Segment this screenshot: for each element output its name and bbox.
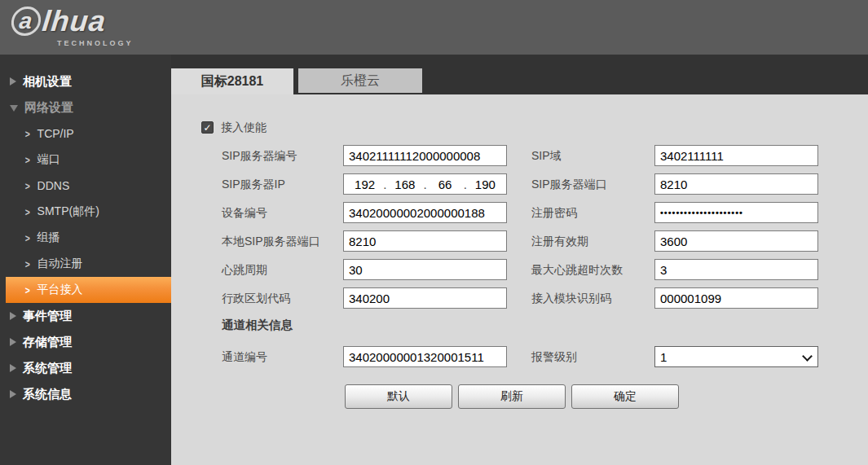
chevron-right-icon: >: [25, 207, 30, 217]
sidebar-item-label: 自动注册: [37, 257, 83, 271]
chevron-right-icon: >: [25, 285, 30, 296]
chevron-right-icon: >: [25, 259, 30, 270]
form-row: 行政区划代码 接入模块识别码: [171, 287, 868, 309]
dahua-logo-text: alhua: [10, 4, 135, 38]
register-password-label: 注册密码: [531, 202, 577, 223]
sidebar-item-storage-management[interactable]: 存储管理: [0, 329, 171, 355]
sip-server-id-label: SIP服务器编号: [222, 145, 297, 166]
device-id-label: 设备编号: [222, 202, 267, 223]
chevron-right-icon: >: [25, 155, 30, 165]
chevron-right-icon: >: [25, 129, 30, 139]
sip-server-ip-label: SIP服务器IP: [222, 173, 285, 195]
form-row: 通道编号 报警级别 1: [171, 346, 868, 367]
sidebar-item-system-management[interactable]: 系统管理: [0, 355, 171, 381]
sip-domain-input[interactable]: [654, 145, 818, 166]
ip-octet-4[interactable]: 190: [468, 178, 503, 191]
sidebar-item-label: 组播: [37, 230, 60, 245]
sidebar-item-label: SMTP(邮件): [37, 204, 99, 219]
ip-octet-2[interactable]: 168: [387, 178, 422, 191]
access-module-id-label: 接入模块识别码: [531, 287, 611, 309]
form-row: SIP服务器编号 SIP域: [171, 145, 868, 166]
default-button[interactable]: 默认: [345, 384, 452, 409]
admin-division-code-input[interactable]: [343, 287, 507, 309]
dahua-logo: alhua TECHNOLOGY: [11, 4, 134, 47]
tab-strip: 国标28181 乐橙云: [171, 55, 868, 94]
sidebar-item-label: TCP/IP: [37, 127, 74, 140]
chevron-right-icon: >: [25, 233, 30, 243]
enable-access-label: 接入使能: [221, 121, 267, 134]
dahua-logo-rest: lhua: [41, 4, 108, 38]
device-id-input[interactable]: [343, 202, 507, 223]
dahua-logo-technology: TECHNOLOGY: [57, 39, 134, 47]
sidebar-item-label: 相机设置: [23, 74, 72, 90]
triangle-right-icon: [10, 77, 16, 86]
refresh-button[interactable]: 刷新: [458, 384, 566, 409]
admin-division-code-label: 行政区划代码: [222, 287, 290, 309]
dahua-logo-a-ring: a: [10, 7, 42, 36]
sidebar-item-label: 系统信息: [23, 387, 72, 402]
sidebar-item-label: 网络设置: [24, 100, 73, 116]
sip-domain-label: SIP域: [531, 145, 562, 166]
heartbeat-period-label: 心跳周期: [222, 259, 267, 280]
confirm-button[interactable]: 确定: [571, 384, 679, 409]
ip-octet-3[interactable]: 66: [428, 178, 463, 191]
max-heartbeat-timeout-input[interactable]: [654, 259, 818, 280]
alarm-level-label: 报警级别: [531, 346, 577, 367]
triangle-right-icon: [10, 312, 16, 320]
sip-server-port-input[interactable]: [654, 173, 818, 195]
triangle-right-icon: [10, 338, 16, 346]
sidebar-item-label: 端口: [37, 152, 60, 167]
sidebar-item-auto-register[interactable]: > 自动注册: [0, 251, 171, 277]
sip-server-id-input[interactable]: [343, 145, 507, 166]
sidebar-item-port[interactable]: > 端口: [0, 147, 171, 173]
channel-id-label: 通道编号: [222, 346, 267, 367]
sidebar-item-ddns[interactable]: > DDNS: [0, 173, 171, 199]
tab-lechengyun[interactable]: 乐橙云: [298, 68, 422, 93]
form-row: SIP服务器IP 192 . 168 . 66 . 190 SIP服务器端口: [171, 173, 868, 195]
alarm-level-select[interactable]: 1: [654, 346, 818, 367]
access-module-id-input[interactable]: [654, 287, 818, 309]
max-heartbeat-timeout-label: 最大心跳超时次数: [531, 259, 623, 280]
checkmark-icon: ✓: [203, 123, 211, 133]
alarm-level-select-wrap: 1: [654, 346, 818, 367]
sidebar-item-smtp[interactable]: > SMTP(邮件): [0, 199, 171, 225]
sidebar-item-multicast[interactable]: > 组播: [0, 225, 171, 251]
ip-octet-1[interactable]: 192: [347, 178, 382, 191]
channel-info-section-header: 通道相关信息: [222, 314, 293, 336]
sidebar-nav: 相机设置 网络设置 > TCP/IP > 端口 > DDNS > SMTP(邮件…: [0, 55, 171, 465]
local-sip-port-label: 本地SIP服务器端口: [222, 230, 320, 252]
form-row: 心跳周期 最大心跳超时次数: [171, 259, 868, 280]
enable-access-checkbox[interactable]: ✓: [201, 121, 214, 134]
sidebar-item-label: 平台接入: [37, 283, 83, 297]
sidebar-item-network-settings[interactable]: 网络设置: [0, 94, 171, 121]
sip-server-ip-input[interactable]: 192 . 168 . 66 . 190: [343, 173, 507, 195]
header-bar: alhua TECHNOLOGY: [0, 0, 868, 55]
platform-access-form: ✓ 接入使能 SIP服务器编号 SIP域 SIP服务器IP 192 . 168 …: [171, 94, 868, 465]
tab-gb28181[interactable]: 国标28181: [171, 68, 293, 94]
local-sip-port-input[interactable]: [343, 230, 507, 252]
sidebar-item-label: DDNS: [37, 179, 70, 192]
register-validity-label: 注册有效期: [531, 230, 588, 252]
triangle-right-icon: [10, 390, 16, 398]
sidebar-item-label: 系统管理: [23, 361, 72, 376]
sidebar-item-camera-settings[interactable]: 相机设置: [0, 68, 171, 94]
sip-server-port-label: SIP服务器端口: [531, 173, 607, 195]
heartbeat-period-input[interactable]: [343, 259, 507, 280]
triangle-right-icon: [10, 364, 16, 372]
form-row: 设备编号 注册密码: [171, 202, 868, 223]
form-row: 本地SIP服务器端口 注册有效期: [171, 230, 868, 252]
sidebar-item-system-info[interactable]: 系统信息: [0, 381, 171, 407]
chevron-right-icon: >: [25, 181, 30, 191]
enable-access-row: ✓ 接入使能: [201, 121, 267, 134]
sidebar-item-platform-access[interactable]: > 平台接入: [6, 277, 171, 303]
sidebar-item-tcpip[interactable]: > TCP/IP: [0, 121, 171, 147]
register-validity-input[interactable]: [654, 230, 818, 252]
sidebar-item-event-management[interactable]: 事件管理: [0, 303, 171, 329]
register-password-input[interactable]: [654, 202, 818, 223]
triangle-down-icon: [10, 105, 18, 112]
sidebar-item-label: 存储管理: [23, 335, 72, 350]
sidebar-item-label: 事件管理: [23, 309, 72, 324]
channel-id-input[interactable]: [343, 346, 507, 367]
